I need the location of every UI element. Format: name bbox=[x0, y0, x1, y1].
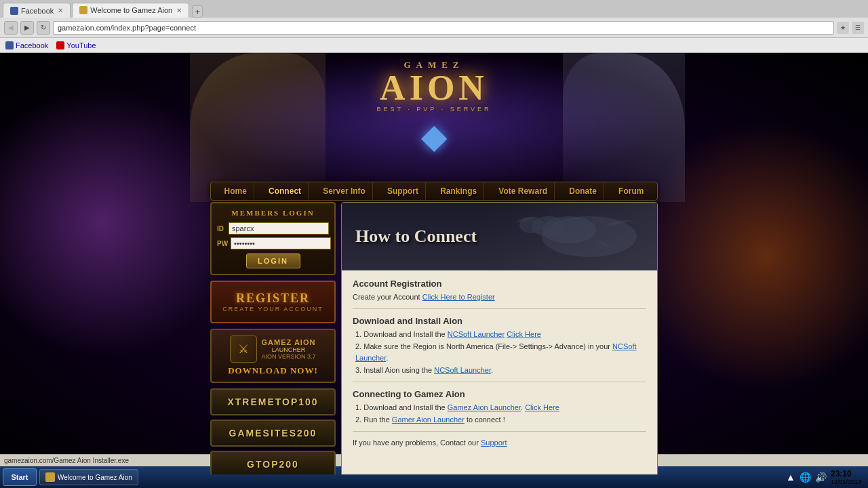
dragon-icon bbox=[494, 206, 644, 267]
star-icon[interactable]: ★ bbox=[837, 22, 849, 34]
bookmark-youtube[interactable]: YouTube bbox=[56, 41, 96, 49]
connect-header-image bbox=[488, 203, 657, 270]
nav-server-info[interactable]: Server Info bbox=[316, 182, 373, 200]
nav-connect[interactable]: Connect bbox=[262, 182, 309, 200]
content-area: How to Connect Acco bbox=[341, 202, 658, 474]
register-button[interactable]: REGISTER CREATE YOUR ACCOUNT bbox=[210, 281, 336, 323]
bookmarks-bar: Facebook YouTube bbox=[0, 38, 868, 53]
section-download-title: Download and Install Aion bbox=[353, 316, 646, 326]
site-header: Gamez AION Best · PvP · Server bbox=[0, 53, 868, 195]
character-left bbox=[190, 53, 326, 202]
taskbar-chrome-button[interactable]: Welcome to Gamez Aion bbox=[39, 469, 138, 485]
nav-bar: ◀ ▶ ↻ ★ ☰ bbox=[0, 18, 868, 38]
vote-gamesites-button[interactable]: GAMESITES200 bbox=[210, 420, 336, 447]
logo-gem bbox=[414, 116, 454, 157]
nav-home[interactable]: Home bbox=[218, 182, 254, 200]
chrome-taskbar-icon bbox=[45, 472, 55, 482]
tab-gamez-label: Welcome to Gamez Aion bbox=[90, 6, 172, 14]
menu-icon[interactable]: ☰ bbox=[852, 22, 864, 34]
ncsoft-launcher-link-1[interactable]: NCSoft Launcher bbox=[448, 330, 505, 338]
connect-step-2: 2. Run the Gamer Aion Launcher to connec… bbox=[353, 414, 646, 426]
logo-tagline: Best · PvP · Server bbox=[376, 106, 491, 113]
footer-intro: If you have any problems, Contact our bbox=[353, 439, 481, 447]
refresh-button[interactable]: ↻ bbox=[37, 21, 50, 35]
nav-menu: Home Connect Server Info Support Ranking… bbox=[210, 182, 658, 201]
tab-bar: Facebook ✕ Welcome to Gamez Aion ✕ + bbox=[0, 0, 868, 18]
gamer-launcher-link[interactable]: Gamer Aion Launcher bbox=[392, 415, 465, 424]
tab-facebook[interactable]: Facebook ✕ bbox=[3, 3, 71, 18]
launcher-download-label: DOWNLOAD NOW! bbox=[217, 365, 329, 376]
system-tray: ▲ 🌐 🔊 23:10 12/01/2013 bbox=[786, 469, 865, 485]
register-main-label: REGISTER bbox=[212, 291, 334, 306]
gamez-launcher-link-1[interactable]: Gamez Aion Launcher bbox=[448, 403, 521, 411]
forward-button[interactable]: ▶ bbox=[20, 21, 34, 35]
vote-xtreme-button[interactable]: XTREMETOP100 bbox=[210, 388, 336, 415]
browser-chrome: Facebook ✕ Welcome to Gamez Aion ✕ + ◀ ▶… bbox=[0, 0, 868, 53]
page-background: Gamez AION Best · PvP · Server Home Conn… bbox=[0, 53, 868, 474]
connect-body: Account Registration Create your Account… bbox=[342, 270, 657, 474]
nav-donate[interactable]: Donate bbox=[562, 182, 604, 200]
vote-gtop-button[interactable]: GTOP200 bbox=[210, 451, 336, 474]
tray-volume-icon: 🔊 bbox=[815, 472, 827, 483]
vote-gamesites-label: GAMESITES200 bbox=[229, 428, 317, 439]
download-step-3: 3. Install Aion using the NCSoft Launche… bbox=[353, 365, 646, 376]
nav-rankings[interactable]: Rankings bbox=[433, 182, 484, 200]
launcher-version: AION VERSION 3.7 bbox=[261, 353, 315, 360]
register-sub-label: CREATE YOUR ACCOUNT bbox=[212, 306, 334, 312]
separator-1 bbox=[353, 308, 646, 309]
ncsoft-launcher-link-2[interactable]: NCSoft Launcher bbox=[355, 342, 637, 362]
section-account-reg-text: Create your Account Click Here to Regist… bbox=[353, 291, 646, 303]
vote-xtreme-label: XTREMETOP100 bbox=[227, 396, 318, 407]
launcher-info: GAMEZ AION LAUNCHER AION VERSION 3.7 bbox=[261, 338, 315, 360]
bookmark-youtube-label: YouTube bbox=[66, 41, 96, 49]
nav-icons: ★ ☰ bbox=[837, 22, 864, 34]
login-id-input[interactable] bbox=[229, 222, 329, 235]
login-pw-field: PW bbox=[217, 237, 329, 249]
bookmark-facebook-label: Facebook bbox=[16, 41, 48, 49]
section-connecting-title: Connecting to Gamez Aion bbox=[353, 389, 646, 399]
account-reg-intro: Create your Account bbox=[353, 293, 422, 301]
logo-area: Gamez AION Best · PvP · Server bbox=[376, 60, 491, 160]
youtube-bookmark-icon bbox=[56, 41, 64, 49]
login-pw-label: PW bbox=[217, 240, 228, 247]
login-pw-input[interactable] bbox=[231, 237, 331, 249]
start-label: Start bbox=[11, 473, 28, 481]
tab-gamez-close[interactable]: ✕ bbox=[176, 7, 182, 14]
nav-vote-reward[interactable]: Vote Reward bbox=[492, 182, 555, 200]
taskbar-window-label: Welcome to Gamez Aion bbox=[58, 474, 132, 481]
sidebar: MEMBERS LOGIN ID PW LOGIN REGISTER CREAT… bbox=[210, 202, 336, 474]
login-box: MEMBERS LOGIN ID PW LOGIN bbox=[210, 202, 336, 275]
tab-facebook-label: Facebook bbox=[21, 7, 54, 15]
character-right bbox=[563, 53, 685, 202]
vote-gtop-label: GTOP200 bbox=[247, 459, 299, 470]
clock-time: 23:10 bbox=[831, 469, 861, 479]
footer-text: If you have any problems, Contact our Su… bbox=[353, 437, 646, 449]
launcher-box[interactable]: ⚔ GAMEZ AION LAUNCHER AION VERSION 3.7 D… bbox=[210, 329, 336, 383]
tab-gamez[interactable]: Welcome to Gamez Aion ✕ bbox=[72, 3, 189, 18]
address-bar[interactable] bbox=[53, 21, 834, 35]
click-here-ncsoft-link[interactable]: Click Here bbox=[507, 330, 541, 338]
nav-support[interactable]: Support bbox=[380, 182, 426, 200]
support-link[interactable]: Support bbox=[481, 439, 507, 447]
login-button[interactable]: LOGIN bbox=[246, 253, 300, 268]
tab-facebook-close[interactable]: ✕ bbox=[58, 7, 63, 14]
click-here-register-link[interactable]: Click Here to Register bbox=[422, 293, 495, 301]
start-button[interactable]: Start bbox=[3, 468, 37, 486]
logo-aion-text: AION bbox=[376, 70, 491, 106]
download-step-1: 1. Download and Install the NCSoft Launc… bbox=[353, 329, 646, 340]
separator-3 bbox=[353, 431, 646, 432]
new-tab-button[interactable]: + bbox=[192, 5, 203, 18]
connect-step-1: 1. Download and Install the Gamez Aion L… bbox=[353, 402, 646, 413]
gamez-favicon bbox=[79, 6, 87, 14]
launcher-subtitle: LAUNCHER bbox=[261, 346, 315, 353]
clock-date: 12/01/2013 bbox=[831, 479, 861, 485]
login-id-label: ID bbox=[217, 225, 226, 232]
facebook-bookmark-icon bbox=[5, 41, 14, 49]
nav-forum[interactable]: Forum bbox=[612, 182, 650, 200]
connect-header: How to Connect bbox=[342, 203, 657, 270]
back-button[interactable]: ◀ bbox=[4, 21, 18, 35]
click-here-gamez-link[interactable]: Click Here bbox=[525, 403, 559, 411]
ncsoft-launcher-link-3[interactable]: NCSoft Launcher bbox=[434, 366, 491, 374]
bookmark-facebook[interactable]: Facebook bbox=[5, 41, 48, 49]
status-text: gamezaion.com/Gamez Aion Installer.exe bbox=[4, 457, 129, 464]
